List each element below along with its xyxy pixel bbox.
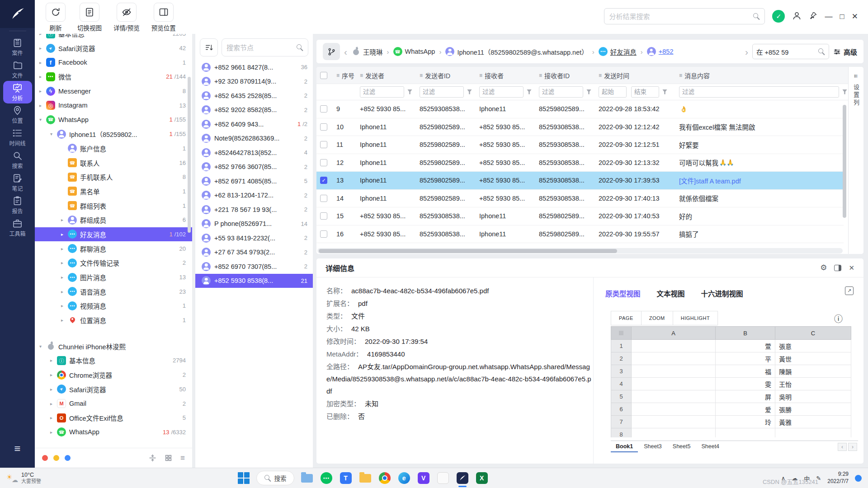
columns-icon[interactable]: ≡ — [852, 74, 859, 78]
tree-item[interactable]: ▸ Safari浏览器 42 — [35, 41, 192, 56]
cell-a[interactable] — [632, 403, 716, 416]
breadcrumb-forward-icon[interactable]: › — [745, 47, 748, 56]
chevron-icon[interactable]: ▾ — [39, 344, 46, 349]
sheet-tab[interactable]: Sheet3 — [639, 441, 667, 452]
row-checkbox[interactable] — [320, 123, 327, 131]
sheet-tab[interactable]: Book1 — [611, 441, 638, 452]
chevron-icon[interactable]: ▸ — [50, 372, 57, 377]
menu-icon[interactable]: ≡ — [0, 442, 35, 455]
cell-a[interactable] — [632, 428, 716, 437]
rail-item-report[interactable]: 报告 — [3, 194, 32, 216]
contact-item[interactable]: +852 5930 8538(8... 21 — [195, 274, 313, 288]
funnel-icon[interactable] — [407, 89, 412, 95]
tray-expand-icon[interactable]: ∧ — [781, 475, 786, 482]
tree-item[interactable]: ▸ 基本信息 2205 — [35, 34, 192, 41]
table-row[interactable]: 14 Iphone11 85259802589... +852 5930 85.… — [316, 190, 844, 208]
breadcrumb-device[interactable]: 王晓琳 — [351, 47, 383, 56]
list-menu-icon[interactable]: ≡ — [180, 454, 185, 463]
contact-item[interactable]: +852 6970 7307(85... 2 — [195, 259, 313, 274]
rail-item-analysis[interactable]: 分析 — [3, 81, 32, 103]
grid-view-icon[interactable] — [165, 454, 172, 462]
chevron-icon[interactable]: ▸ — [39, 103, 46, 108]
panel-layout-icon[interactable] — [834, 265, 841, 271]
page-button[interactable]: PAGE — [611, 311, 642, 325]
analysis-search-input[interactable] — [609, 13, 753, 20]
tree-item[interactable]: ▸ 群聊消息 20 — [35, 241, 192, 256]
breadcrumb-app[interactable]: WhatsApp — [393, 47, 435, 56]
rail-item-case[interactable]: 案件 — [3, 36, 32, 58]
column-settings-strip[interactable]: ≡ 设置列 — [848, 67, 863, 254]
chevron-icon[interactable]: ▸ — [61, 303, 68, 308]
row-checkbox[interactable] — [320, 105, 327, 113]
tree-item[interactable]: ▸ 群组成员 6 — [35, 213, 192, 227]
cell-a[interactable] — [632, 378, 716, 390]
status-badge[interactable]: ✓ — [772, 10, 785, 23]
row-header[interactable]: 3 — [611, 365, 632, 378]
refresh-button[interactable]: 刷新 — [46, 3, 66, 32]
pen-icon[interactable]: ✎ — [816, 475, 821, 482]
chevron-icon[interactable]: ▸ — [50, 401, 57, 406]
switch-view-button[interactable]: 切换视图 — [77, 3, 102, 32]
chevron-icon[interactable]: ▸ — [61, 232, 68, 237]
app-logo[interactable] — [0, 0, 35, 28]
info-icon[interactable]: ⓘ — [834, 312, 843, 324]
white-app-icon[interactable] — [436, 471, 450, 485]
contact-item[interactable]: Note9(85262863369... 2 — [195, 131, 313, 146]
contact-item[interactable]: +27 67 354 9793(2... 2 — [195, 245, 313, 260]
sheet-corner-cell[interactable] — [611, 326, 632, 340]
excel-icon[interactable]: X — [475, 471, 489, 485]
wechat-icon[interactable]: ⋯ — [320, 471, 333, 485]
contact-item[interactable]: +62 813-1204-172... 2 — [195, 188, 313, 203]
contact-item[interactable]: +852 9202 8582(85... 2 — [195, 103, 313, 117]
table-row[interactable]: 12 Iphone11 85259802589... +852 5930 85.… — [316, 154, 844, 172]
tree-item[interactable]: ▸ Facebook 1 — [35, 55, 192, 70]
tree-item[interactable]: ▸ WhatsApp 13 /6332 — [35, 425, 192, 440]
table-horizontal-scrollbar[interactable] — [319, 249, 617, 253]
chrome-icon[interactable] — [378, 471, 392, 485]
cell-c[interactable]: 張勝 — [775, 403, 851, 416]
in-result-search-box[interactable] — [752, 44, 829, 59]
cell-b[interactable] — [716, 428, 775, 437]
contact-item[interactable]: +55 93 8419-2232(... 2 — [195, 231, 313, 245]
tree-item[interactable]: ▸ 位置消息 1 — [35, 313, 192, 328]
cell-c[interactable]: 張意 — [775, 340, 851, 352]
tree-item[interactable]: ▸ Gmail 2 — [35, 396, 192, 411]
filter-sender-input[interactable] — [360, 86, 404, 98]
tree-item[interactable]: ▸ Chrome浏览器 2 — [35, 368, 192, 382]
table-row[interactable]: 13 Iphone11 85259802589... +852 5930 85.… — [316, 172, 844, 190]
filter-time-start-input[interactable] — [599, 86, 627, 98]
cell-a[interactable] — [632, 340, 716, 352]
cell-c[interactable] — [775, 428, 851, 437]
rail-item-toolbox[interactable]: 工具箱 — [3, 216, 32, 239]
cloud-icon[interactable]: ☁ — [792, 475, 797, 482]
cell-a[interactable] — [632, 390, 716, 403]
gear-icon[interactable]: ⚙ — [820, 263, 827, 272]
v-app-icon[interactable]: V — [417, 471, 430, 485]
row-header[interactable]: 7 — [611, 416, 632, 428]
cell-a[interactable] — [632, 365, 716, 378]
contact-item[interactable]: P phone(8526971... 14 — [195, 217, 313, 231]
row-header[interactable]: 5 — [611, 390, 632, 403]
chevron-icon[interactable]: ▸ — [61, 246, 68, 251]
table-vertical-scrollbar[interactable] — [843, 105, 846, 218]
chevron-icon[interactable]: ▸ — [61, 217, 68, 222]
cell-c[interactable]: 王怡 — [775, 378, 851, 390]
cell-b[interactable]: 雯 — [716, 378, 775, 390]
cell-b[interactable]: 福 — [716, 365, 775, 378]
filter-receiver-id-input[interactable] — [539, 86, 583, 98]
tree-item[interactable]: ▸ 基本信息 2794 — [35, 353, 192, 368]
file-explorer-icon[interactable] — [300, 471, 314, 485]
preview-position-button[interactable]: 预览位置 — [151, 3, 176, 32]
chevron-icon[interactable]: ▸ — [39, 46, 46, 51]
rail-item-timeline[interactable]: 时间线 — [3, 126, 32, 149]
tree-item[interactable]: 账户信息 1 — [35, 141, 192, 156]
cell-a[interactable] — [632, 352, 716, 365]
tree-item[interactable]: ▾ ChunHei iPhone林浚熙 — [35, 339, 192, 353]
red-dot-button[interactable] — [42, 455, 48, 461]
row-checkbox[interactable] — [320, 141, 327, 148]
chevron-icon[interactable]: ▾ — [39, 117, 46, 122]
chevron-icon[interactable]: ▸ — [39, 89, 46, 94]
funnel-icon[interactable] — [586, 89, 591, 95]
yellow-dot-button[interactable] — [53, 455, 59, 461]
tree-item[interactable]: ▾ Iphone11（85259802... 1 /155 — [35, 127, 192, 141]
